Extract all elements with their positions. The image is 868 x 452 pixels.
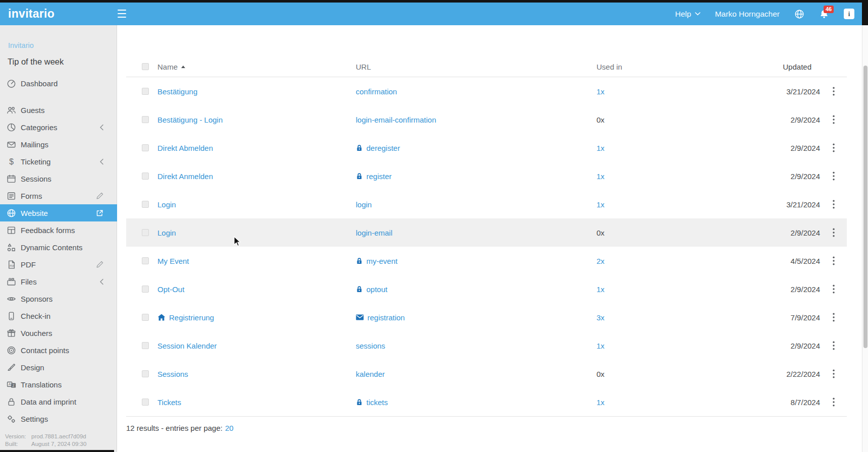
help-menu[interactable]: Help — [675, 10, 700, 19]
page-url-link[interactable]: login-email-confirmation — [356, 116, 436, 124]
kebab-menu-button[interactable] — [831, 282, 837, 296]
sidebar-item-categories[interactable]: Categories — [0, 119, 117, 136]
globe-icon — [7, 208, 16, 218]
column-header-used-in[interactable]: Used in — [596, 63, 732, 71]
page-url-link[interactable]: registration — [367, 313, 405, 322]
sidebar-item-sessions[interactable]: Sessions — [0, 170, 117, 187]
page-url-link[interactable]: login-email — [356, 229, 393, 237]
shapes-icon — [7, 243, 16, 252]
used-in-link[interactable]: 2x — [596, 257, 605, 265]
select-all-checkbox[interactable] — [142, 63, 149, 70]
kebab-menu-button[interactable] — [831, 367, 837, 380]
sidebar-item-check-in[interactable]: Check-in — [0, 307, 117, 324]
info-icon[interactable]: i — [844, 9, 854, 19]
page-name-link[interactable]: Bestätigung — [157, 87, 197, 96]
sidebar-item-settings[interactable]: Settings — [0, 410, 117, 427]
page-url-link[interactable]: register — [366, 172, 392, 181]
vertical-scrollbar[interactable] — [862, 25, 868, 452]
tip-of-the-week-label[interactable]: Tip of the week — [8, 57, 64, 67]
column-header-updated[interactable]: Updated — [732, 63, 820, 71]
row-checkbox[interactable] — [142, 144, 149, 151]
notifications-bell-icon[interactable]: 46 — [819, 9, 829, 19]
page-name-link[interactable]: Login — [157, 229, 176, 237]
column-header-name[interactable]: Name — [157, 63, 356, 71]
kebab-menu-button[interactable] — [831, 85, 837, 98]
sidebar-item-translations[interactable]: AZTranslations — [0, 376, 117, 393]
sidebar-item-feedback-forms[interactable]: Feedback forms — [0, 221, 117, 239]
page-url-link[interactable]: login — [356, 200, 372, 209]
kebab-menu-button[interactable] — [831, 311, 837, 324]
kebab-menu-button[interactable] — [831, 198, 837, 211]
sidebar-item-label: Forms — [21, 192, 42, 200]
page-url-link[interactable]: optout — [366, 285, 388, 294]
row-checkbox[interactable] — [142, 370, 149, 377]
kebab-menu-button[interactable] — [831, 113, 837, 126]
kebab-menu-button[interactable] — [831, 141, 837, 154]
used-in-link[interactable]: 3x — [596, 313, 605, 322]
row-checkbox[interactable] — [142, 201, 149, 208]
page-url-link[interactable]: confirmation — [356, 87, 397, 96]
used-in-link[interactable]: 1x — [596, 342, 605, 350]
sidebar-item-pdf[interactable]: PDFPDF — [0, 256, 117, 273]
page-name-link[interactable]: Opt-Out — [157, 285, 184, 294]
page-name-link[interactable]: Registrierung — [169, 313, 214, 322]
user-name[interactable]: Marko Horngacher — [715, 10, 780, 19]
row-checkbox[interactable] — [142, 173, 149, 180]
row-checkbox[interactable] — [142, 314, 149, 321]
page-url-link[interactable]: kalender — [356, 370, 385, 378]
row-checkbox[interactable] — [142, 286, 149, 293]
used-in-link[interactable]: 1x — [596, 200, 605, 209]
row-checkbox[interactable] — [142, 257, 149, 264]
kebab-menu-button[interactable] — [831, 396, 837, 409]
hamburger-menu-icon[interactable] — [118, 10, 126, 18]
sidebar-item-design[interactable]: Design — [0, 359, 117, 376]
sidebar-item-forms[interactable]: Forms — [0, 187, 117, 204]
scrollbar-thumb[interactable] — [863, 66, 867, 348]
used-in-link[interactable]: 1x — [596, 144, 605, 152]
sidebar-item-vouchers[interactable]: Vouchers — [0, 324, 117, 342]
row-checkbox[interactable] — [142, 399, 149, 406]
row-checkbox[interactable] — [142, 88, 149, 95]
page-url-link[interactable]: deregister — [366, 144, 400, 152]
entries-per-page-link[interactable]: 20 — [225, 424, 234, 432]
page-url-link[interactable]: my-event — [366, 257, 398, 265]
translate-icon: AZ — [7, 380, 16, 389]
sidebar-item-mailings[interactable]: Mailings — [0, 136, 117, 153]
sidebar-item-contact-points[interactable]: Contact points — [0, 342, 117, 359]
external-link-icon[interactable] — [95, 209, 104, 217]
sidebar-item-dashboard[interactable]: Dashboard — [0, 75, 117, 92]
page-name-link[interactable]: Tickets — [157, 398, 181, 407]
kebab-menu-button[interactable] — [831, 254, 837, 267]
used-in-link[interactable]: 1x — [596, 87, 605, 96]
page-name-link[interactable]: Session Kalender — [157, 342, 217, 350]
used-in-link[interactable]: 1x — [596, 398, 605, 407]
sidebar-item-sponsors[interactable]: Sponsors — [0, 290, 117, 307]
used-in-link[interactable]: 1x — [596, 285, 605, 294]
page-name-link[interactable]: Direkt Abmelden — [157, 144, 213, 152]
page-name-link[interactable]: Sessions — [157, 370, 188, 378]
kebab-menu-button[interactable] — [831, 339, 837, 352]
kebab-menu-button[interactable] — [831, 226, 837, 239]
page-name-link[interactable]: Login — [157, 200, 176, 209]
sidebar-item-label: Feedback forms — [21, 226, 75, 235]
row-checkbox[interactable] — [142, 342, 149, 349]
kebab-menu-button[interactable] — [831, 170, 837, 183]
row-checkbox[interactable] — [142, 229, 149, 236]
page-name-link[interactable]: Direkt Anmelden — [157, 172, 213, 181]
language-globe-icon[interactable] — [794, 9, 804, 19]
page-url-link[interactable]: sessions — [356, 342, 385, 350]
sidebar-item-dynamic-contents[interactable]: Dynamic Contents — [0, 239, 117, 256]
sidebar-item-website[interactable]: Website — [0, 204, 117, 221]
page-name-link[interactable]: Bestätigung - Login — [157, 116, 223, 124]
sidebar-item-ticketing[interactable]: $Ticketing — [0, 153, 117, 170]
sidebar-item-guests[interactable]: Guests — [0, 101, 117, 119]
row-checkbox[interactable] — [142, 116, 149, 123]
chevron-down-icon — [695, 12, 700, 16]
page-url-link[interactable]: tickets — [366, 398, 388, 407]
used-in-link[interactable]: 1x — [596, 172, 605, 181]
page-name-link[interactable]: My Event — [157, 257, 189, 265]
column-header-url[interactable]: URL — [356, 63, 596, 71]
sidebar-item-files[interactable]: Files — [0, 273, 117, 290]
sidebar-item-data-and-imprint[interactable]: Data and imprint — [0, 393, 117, 410]
breadcrumb[interactable]: Invitario — [8, 41, 34, 49]
